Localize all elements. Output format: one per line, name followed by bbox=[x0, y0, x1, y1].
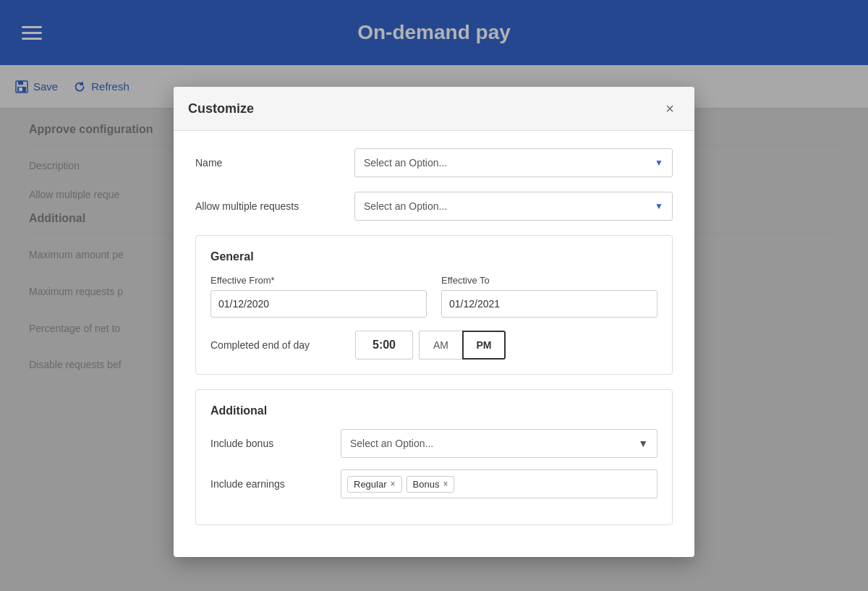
tag-bonus-close[interactable]: × bbox=[443, 479, 448, 489]
include-earnings-label: Include earnings bbox=[210, 478, 341, 490]
include-bonus-value: Select an Option... bbox=[350, 438, 433, 449]
include-earnings-tags[interactable]: Regular × Bonus × bbox=[341, 469, 658, 498]
effective-to-col: Effective To bbox=[441, 275, 658, 318]
additional-section-card: Additional Include bonus Select an Optio… bbox=[195, 389, 673, 525]
allow-multiple-select[interactable]: Select an Option... ▼ bbox=[354, 192, 673, 221]
time-input[interactable] bbox=[355, 331, 413, 360]
customize-modal: Customize × Name Select an Option... ▼ A… bbox=[174, 87, 694, 557]
additional-section-title: Additional bbox=[210, 404, 658, 417]
pm-button[interactable]: PM bbox=[462, 331, 506, 360]
effective-from-col: Effective From* bbox=[210, 275, 427, 318]
modal-body: Name Select an Option... ▼ Allow multipl… bbox=[174, 131, 694, 557]
allow-multiple-caret: ▼ bbox=[655, 201, 663, 211]
tag-bonus-label: Bonus bbox=[413, 479, 440, 490]
effective-to-label: Effective To bbox=[441, 275, 658, 286]
effective-from-input[interactable] bbox=[210, 290, 427, 318]
am-button[interactable]: AM bbox=[419, 331, 462, 360]
modal-title: Customize bbox=[188, 101, 254, 116]
effective-to-input[interactable] bbox=[441, 290, 658, 318]
modal-header: Customize × bbox=[174, 87, 694, 131]
name-label: Name bbox=[195, 157, 354, 169]
tag-regular: Regular × bbox=[347, 476, 402, 493]
modal-close-button[interactable]: × bbox=[660, 98, 680, 119]
tag-regular-label: Regular bbox=[354, 479, 387, 490]
name-select-value: Select an Option... bbox=[364, 157, 447, 169]
general-section-title: General bbox=[210, 250, 658, 263]
name-select[interactable]: Select an Option... ▼ bbox=[354, 148, 673, 177]
tag-regular-close[interactable]: × bbox=[391, 479, 396, 489]
tag-bonus: Bonus × bbox=[407, 476, 455, 493]
completed-end-label: Completed end of day bbox=[210, 339, 355, 351]
include-bonus-select[interactable]: Select an Option... ▼ bbox=[341, 429, 658, 458]
modal-overlay: Customize × Name Select an Option... ▼ A… bbox=[0, 0, 868, 591]
date-row: Effective From* Effective To bbox=[210, 275, 658, 318]
name-select-caret: ▼ bbox=[655, 158, 663, 168]
allow-multiple-select-value: Select an Option... bbox=[364, 200, 447, 212]
allow-multiple-label: Allow multiple requests bbox=[195, 200, 354, 212]
include-bonus-caret: ▼ bbox=[638, 438, 648, 449]
effective-from-label: Effective From* bbox=[210, 275, 427, 286]
name-form-row: Name Select an Option... ▼ bbox=[195, 148, 673, 177]
include-earnings-row: Include earnings Regular × Bonus × bbox=[210, 469, 658, 498]
include-bonus-row: Include bonus Select an Option... ▼ bbox=[210, 429, 658, 458]
general-section-card: General Effective From* Effective To Com… bbox=[195, 235, 673, 375]
time-row: Completed end of day AM PM bbox=[210, 331, 658, 360]
include-bonus-label: Include bonus bbox=[210, 438, 341, 449]
allow-multiple-form-row: Allow multiple requests Select an Option… bbox=[195, 192, 673, 221]
